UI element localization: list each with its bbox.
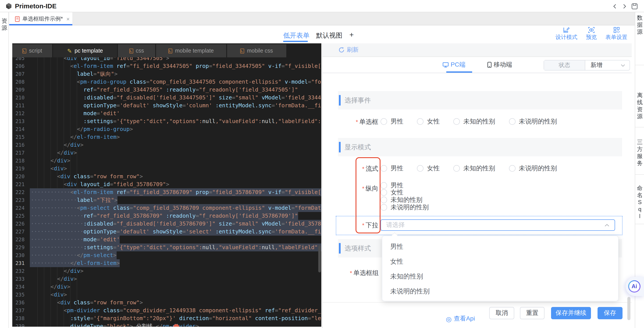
right-rail-item-1[interactable]: 数据源 xyxy=(635,14,644,35)
add-view-button[interactable]: + xyxy=(350,31,354,39)
code-line[interactable]: 217 </div> xyxy=(12,149,321,157)
code-line[interactable]: 211 optionType='default' showStyle='colu… xyxy=(12,102,321,109)
radio-circle-icon[interactable] xyxy=(509,118,515,125)
code-line[interactable]: 237 <pm-divider class="comp_divider_1244… xyxy=(12,307,321,315)
code-line[interactable]: 212 mode='edit' xyxy=(12,109,321,117)
dropdown-option[interactable]: 女性 xyxy=(382,254,618,269)
cancel-button[interactable]: 取消 xyxy=(489,307,514,319)
code-line[interactable]: 205 <div layout_id="field_33447505"> xyxy=(12,57,321,62)
code-line[interactable]: 215 </el-form-item> xyxy=(12,133,321,141)
radio-option[interactable]: 男性 xyxy=(380,182,403,189)
editor-tab-script[interactable]: script xyxy=(12,44,52,57)
nav-forward-icon[interactable] xyxy=(622,3,627,9)
code-line[interactable]: 216 </div> xyxy=(12,141,321,149)
editor-scrollbar[interactable] xyxy=(318,245,321,272)
document-tab[interactable]: 单选框组件示例* × xyxy=(9,12,72,25)
code-line[interactable]: 236 <div class="row form_row"> xyxy=(12,299,321,307)
code-line[interactable]: 224··············<pm-select class="comp_… xyxy=(12,204,321,212)
radio-circle-icon[interactable] xyxy=(380,189,387,196)
radio-circle-icon[interactable] xyxy=(380,182,387,189)
code-line[interactable]: 227················optionType='default' … xyxy=(12,228,321,236)
tab-lowcode-form[interactable]: 低开表单 xyxy=(283,31,310,40)
reset-button[interactable]: 重置 xyxy=(520,307,544,319)
code-line[interactable]: 219 <div> xyxy=(12,165,321,173)
code-line[interactable]: 229················:settings='{"type":"d… xyxy=(12,244,321,251)
nav-back-icon[interactable] xyxy=(612,3,618,9)
panel-scrollbar[interactable] xyxy=(627,297,630,320)
radio-circle-icon[interactable] xyxy=(417,165,424,172)
radio-group-flow[interactable]: 男性女性未知的性别未说明的性别 xyxy=(380,164,570,173)
radio-option[interactable]: 女性 xyxy=(380,189,403,196)
dropdown-select-input[interactable]: 请选择 xyxy=(380,219,615,231)
code-line[interactable]: 206 <el-form-item ref="fi_field_33447505… xyxy=(12,62,321,70)
radio-option[interactable]: 女性 xyxy=(417,117,440,126)
view-api-link[interactable]: ◎ 查看Api xyxy=(446,315,475,323)
radio-option[interactable]: 男性 xyxy=(380,117,403,126)
radio-option[interactable]: 未说明的性别 xyxy=(509,117,557,126)
radio-circle-icon[interactable] xyxy=(453,118,460,125)
design-mode-button[interactable]: 设计模式 xyxy=(553,27,580,41)
radio-group-plain[interactable]: 男性女性未知的性别未说明的性别 xyxy=(380,117,570,126)
code-line[interactable]: 231············</el-form-item> xyxy=(12,259,321,267)
code-line[interactable]: 230··············</pm-select> xyxy=(12,251,321,259)
radio-option[interactable]: 未说明的性别 xyxy=(380,204,429,211)
dropdown-option[interactable]: 男性 xyxy=(382,239,618,254)
code-line[interactable]: 220 <div class="row form_row"> xyxy=(12,173,321,180)
radio-circle-icon[interactable] xyxy=(380,118,387,125)
form-settings-button[interactable]: 表单设置 xyxy=(603,27,630,41)
radio-circle-icon[interactable] xyxy=(380,197,387,203)
tab-default-view[interactable]: 默认视图 xyxy=(316,31,342,40)
right-rail-item-3[interactable]: 三方服务 xyxy=(635,139,644,167)
ai-assistant-button[interactable]: Ai xyxy=(626,277,644,296)
close-icon[interactable]: × xyxy=(66,15,70,22)
right-rail-item-2[interactable]: 离线资源 xyxy=(635,92,644,120)
radio-option[interactable]: 未说明的性别 xyxy=(509,164,557,173)
code-editor[interactable]: script✎pc templatecssmobile templatemobi… xyxy=(12,43,321,327)
dropdown-option[interactable]: 未知的性别 xyxy=(382,269,618,284)
sidebar-resources-rail[interactable]: 资源 xyxy=(0,12,9,328)
code-line[interactable]: 209 ref="ref_field_33447505" :readonly="… xyxy=(12,86,321,94)
editor-tab-pc-template[interactable]: ✎pc template xyxy=(53,44,117,57)
editor-tab-mobile-template[interactable]: mobile template xyxy=(156,44,226,57)
radio-circle-icon[interactable] xyxy=(417,118,424,125)
code-line[interactable]: 225················ref="ref_field_357867… xyxy=(12,212,321,220)
code-line[interactable]: 208 <pm-radio-group class="comp_field_33… xyxy=(12,78,321,86)
save-and-continue-button[interactable]: 保存并继续 xyxy=(551,307,591,319)
radio-circle-icon[interactable] xyxy=(453,165,460,172)
radio-option[interactable]: 未知的性别 xyxy=(453,164,495,173)
code-line[interactable]: 207 label="纵向"> xyxy=(12,70,321,78)
preview-button[interactable]: 预览 xyxy=(578,27,604,41)
radio-option[interactable]: 未知的性别 xyxy=(380,196,422,203)
code-line[interactable]: 214 </pm-radio-group> xyxy=(12,125,321,133)
editor-tab-mobile-css[interactable]: mobile css xyxy=(227,44,286,57)
save-button[interactable]: 保存 xyxy=(598,307,622,319)
code-area[interactable]: 205 <div layout_id="field_33447505">206 … xyxy=(12,57,321,327)
refresh-label[interactable]: 刷新 xyxy=(347,46,358,54)
radio-group-vertical[interactable]: 男性女性未知的性别未说明的性别 xyxy=(380,182,429,211)
tab-mobile[interactable]: 移动端 xyxy=(487,61,512,69)
code-line[interactable]: 223··············label="下拉"> xyxy=(12,196,321,204)
radio-circle-icon[interactable] xyxy=(509,165,515,172)
radio-option[interactable]: 女性 xyxy=(417,164,440,173)
code-line[interactable]: 210 :disabled="f_disabled['field_3344750… xyxy=(12,94,321,102)
code-line[interactable]: 233 </div> xyxy=(12,275,321,283)
tab-pc[interactable]: PC端 xyxy=(442,61,465,69)
status-select[interactable]: 状态 新增 xyxy=(544,60,630,70)
code-line[interactable]: 221 <div layout_id="field_35786709"> xyxy=(12,180,321,188)
radio-circle-icon[interactable] xyxy=(380,204,387,210)
code-line[interactable]: 222············<el-form-item ref="fi_fie… xyxy=(12,188,321,196)
editor-tab-css[interactable]: css xyxy=(118,44,155,57)
code-line[interactable]: 234 </div> xyxy=(12,283,321,291)
right-rail-item-4[interactable]: 命名Sql xyxy=(635,185,644,220)
code-line[interactable]: 235 <div> xyxy=(12,291,321,299)
code-line[interactable]: 238 :style='{"marginBottom":"20px"}' dir… xyxy=(12,315,321,322)
code-line[interactable]: 239 divideType="block"> 分割线 </pm-divider… xyxy=(12,322,321,327)
radio-option[interactable]: 男性 xyxy=(380,164,403,173)
radio-circle-icon[interactable] xyxy=(380,165,387,172)
radio-option[interactable]: 未知的性别 xyxy=(453,117,495,126)
code-line[interactable]: 228················mode='edit' xyxy=(12,236,321,244)
code-line[interactable]: 226················:disabled="f_disabled… xyxy=(12,220,321,228)
refresh-icon[interactable] xyxy=(338,47,344,53)
save-icon[interactable] xyxy=(631,3,638,10)
dropdown-option[interactable]: 未说明的性别 xyxy=(382,284,618,299)
